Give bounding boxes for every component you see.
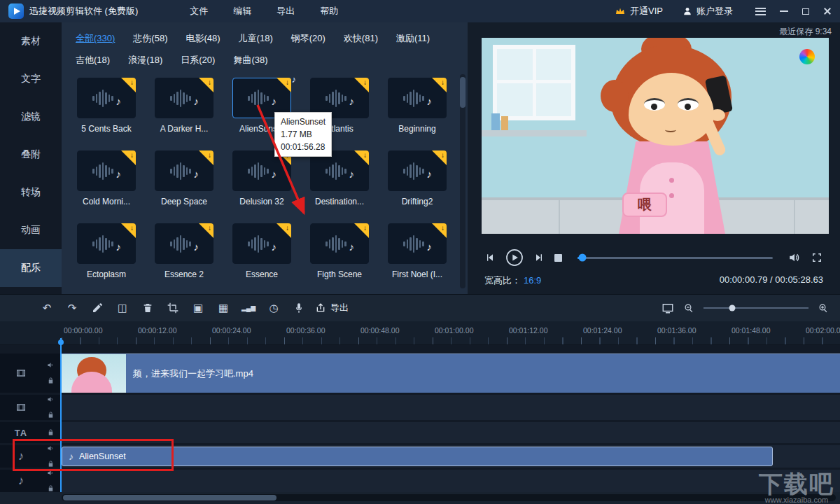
track-lock-icon[interactable] (47, 482, 55, 495)
track-lane[interactable] (62, 470, 840, 492)
account-login-button[interactable]: 账户登录 (682, 5, 733, 18)
mosaic-icon[interactable]: ▦ (213, 299, 234, 317)
track-lane[interactable]: 频，进来我们一起学习吧.mp4 (62, 354, 840, 393)
video-preview[interactable]: 喂 (482, 38, 829, 234)
music-item[interactable]: ♪↓Essence 2 (153, 223, 215, 279)
delete-icon[interactable] (137, 299, 158, 317)
category-tab[interactable]: 激励(11) (396, 32, 430, 45)
sidebar-item[interactable]: 叠附 (0, 136, 62, 174)
maximize-button[interactable] (802, 8, 809, 15)
music-item[interactable]: ♪↓Delusion 32 (231, 150, 293, 206)
category-tab[interactable]: 钢琴(20) (291, 32, 326, 45)
stop-button[interactable] (554, 254, 562, 262)
music-item[interactable]: ♪↓Ectoplasm (76, 223, 137, 279)
timeline-scrollbar-thumb[interactable] (63, 495, 276, 500)
track-header[interactable] (0, 354, 62, 393)
track-lane[interactable]: ♪AlienSunset (62, 445, 840, 468)
waveform-icon (326, 90, 346, 107)
category-tab[interactable]: 电影(48) (186, 32, 220, 45)
zoom-out-icon[interactable] (683, 302, 694, 314)
music-item[interactable]: ♪↓Deep Space (153, 150, 215, 206)
timeline-scrollbar[interactable] (62, 494, 836, 501)
category-tab[interactable]: 全部(330) (76, 32, 115, 45)
library-scrollbar[interactable] (460, 74, 465, 288)
minimize-button[interactable] (780, 10, 788, 12)
sidebar-item[interactable]: 素材 (0, 22, 62, 60)
music-item[interactable]: ♪↓5 Cents Back (76, 78, 137, 134)
music-item[interactable]: ♪↓A Darker H... (153, 78, 215, 134)
undo-icon[interactable]: ↶ (36, 299, 57, 317)
track-header[interactable]: ♪ (0, 470, 62, 492)
menu-item[interactable]: 导出 (276, 5, 295, 18)
music-item-label: Essence 2 (153, 270, 215, 279)
previous-frame-button[interactable] (484, 252, 496, 263)
track-header[interactable] (0, 395, 62, 420)
music-item[interactable]: ♪↓Beginning (386, 78, 448, 134)
menu-item[interactable]: 帮助 (320, 5, 338, 18)
category-tab[interactable]: 欢快(81) (344, 32, 378, 45)
sidebar-item[interactable]: 转场 (0, 174, 62, 211)
track-mute-icon[interactable] (47, 393, 55, 406)
zoom-slider[interactable] (704, 307, 808, 309)
edit-icon[interactable] (87, 299, 108, 317)
track-mute-icon[interactable] (47, 359, 55, 372)
zoom-slider-knob[interactable] (729, 305, 735, 312)
pip-icon[interactable]: ▣ (188, 299, 209, 317)
record-icon[interactable] (288, 299, 309, 317)
seek-knob[interactable] (579, 254, 587, 262)
track-lock-icon[interactable] (47, 426, 55, 439)
track-header[interactable]: TA (0, 422, 62, 443)
vip-button[interactable]: 开通VIP (615, 5, 663, 18)
track-header[interactable]: ♪ (0, 445, 62, 468)
music-item[interactable]: ♪↓Figth Scene (309, 223, 370, 279)
waveform-icon (326, 235, 346, 253)
volume-icon[interactable] (788, 251, 801, 264)
duration-icon[interactable]: ◷ (263, 299, 284, 317)
levels-icon[interactable]: ▂▄▆ (238, 299, 259, 317)
timeline-export-button[interactable]: 导出 (315, 302, 349, 314)
crop-icon[interactable] (162, 299, 183, 317)
music-item[interactable]: ♪↓Cold Morni... (76, 150, 137, 206)
audio-clip[interactable]: ♪AlienSunset (62, 447, 773, 466)
next-frame-button[interactable] (533, 252, 545, 263)
play-button[interactable] (505, 248, 524, 267)
category-tab[interactable]: 浪漫(18) (128, 54, 162, 66)
music-item[interactable]: ♪↓Drifting2 (386, 150, 448, 206)
category-tab[interactable]: 悲伤(58) (133, 32, 167, 45)
music-item[interactable]: ♪↓Essence (231, 223, 293, 279)
menu-item[interactable]: 编辑 (233, 5, 251, 18)
ruler[interactable]: 00:00:00.0000:00:12.0000:00:24.0000:00:3… (0, 321, 840, 345)
category-tab[interactable]: 日系(20) (181, 54, 215, 66)
music-note-icon: ♪ (116, 241, 122, 252)
music-item[interactable]: ♪↓Destination... (309, 150, 370, 206)
redo-icon[interactable]: ↷ (62, 299, 83, 317)
color-wheel-icon[interactable] (799, 49, 815, 64)
category-tab[interactable]: 儿童(18) (239, 32, 273, 45)
track-lock-icon[interactable] (47, 374, 55, 387)
sidebar-item[interactable]: 动画 (0, 211, 62, 249)
playhead[interactable] (60, 338, 62, 492)
zoom-in-icon[interactable] (818, 302, 829, 314)
fullscreen-icon[interactable] (811, 251, 823, 264)
menu-item[interactable]: 文件 (190, 5, 208, 18)
video-clip[interactable]: 频，进来我们一起学习吧.mp4 (62, 354, 840, 393)
category-tab[interactable]: 舞曲(38) (233, 54, 267, 66)
track-lane[interactable] (62, 422, 840, 443)
seek-bar[interactable] (578, 257, 773, 259)
split-icon[interactable]: ◫ (112, 299, 133, 317)
sidebar-item[interactable]: 文字 (0, 60, 62, 98)
category-tab[interactable]: 吉他(18) (76, 54, 110, 66)
hamburger-menu-icon[interactable] (755, 8, 766, 15)
track-type-video-icon (15, 368, 27, 379)
aspect-value[interactable]: 16:9 (524, 275, 541, 286)
track-lane[interactable] (62, 395, 840, 420)
track-mute-icon[interactable] (47, 467, 55, 479)
sidebar-item[interactable]: 配乐 (0, 249, 62, 287)
fit-timeline-icon[interactable] (662, 302, 674, 314)
track-lock-icon[interactable] (47, 409, 55, 421)
sidebar-item[interactable]: 滤镜 (0, 98, 62, 136)
music-item[interactable]: ♪↓First Noel (I... (386, 223, 448, 279)
track-mute-icon[interactable] (47, 442, 55, 455)
close-button[interactable] (823, 7, 832, 15)
library-scrollbar-thumb[interactable] (460, 77, 465, 108)
